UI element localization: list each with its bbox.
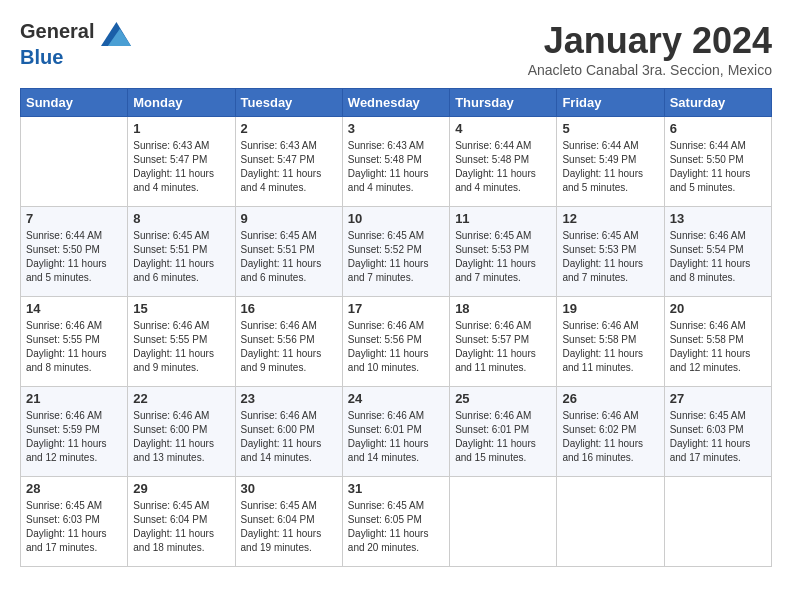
week-row-5: 28Sunrise: 6:45 AMSunset: 6:03 PMDayligh… [21,477,772,567]
day-number: 26 [562,391,658,406]
calendar-cell: 26Sunrise: 6:46 AMSunset: 6:02 PMDayligh… [557,387,664,477]
day-info: Sunrise: 6:46 AMSunset: 6:02 PMDaylight:… [562,409,658,465]
day-header-monday: Monday [128,89,235,117]
calendar-cell [21,117,128,207]
day-info: Sunrise: 6:44 AMSunset: 5:50 PMDaylight:… [670,139,766,195]
day-number: 24 [348,391,444,406]
week-row-2: 7Sunrise: 6:44 AMSunset: 5:50 PMDaylight… [21,207,772,297]
day-info: Sunrise: 6:45 AMSunset: 5:53 PMDaylight:… [455,229,551,285]
day-info: Sunrise: 6:45 AMSunset: 6:04 PMDaylight:… [241,499,337,555]
day-info: Sunrise: 6:45 AMSunset: 6:03 PMDaylight:… [670,409,766,465]
day-info: Sunrise: 6:45 AMSunset: 5:53 PMDaylight:… [562,229,658,285]
day-info: Sunrise: 6:44 AMSunset: 5:50 PMDaylight:… [26,229,122,285]
day-number: 17 [348,301,444,316]
logo-icon [101,22,131,46]
day-info: Sunrise: 6:43 AMSunset: 5:47 PMDaylight:… [133,139,229,195]
calendar-cell: 2Sunrise: 6:43 AMSunset: 5:47 PMDaylight… [235,117,342,207]
day-info: Sunrise: 6:46 AMSunset: 6:01 PMDaylight:… [348,409,444,465]
day-info: Sunrise: 6:46 AMSunset: 5:59 PMDaylight:… [26,409,122,465]
calendar-cell: 22Sunrise: 6:46 AMSunset: 6:00 PMDayligh… [128,387,235,477]
day-info: Sunrise: 6:43 AMSunset: 5:47 PMDaylight:… [241,139,337,195]
calendar-cell: 9Sunrise: 6:45 AMSunset: 5:51 PMDaylight… [235,207,342,297]
day-number: 4 [455,121,551,136]
day-number: 16 [241,301,337,316]
day-info: Sunrise: 6:46 AMSunset: 6:00 PMDaylight:… [241,409,337,465]
day-info: Sunrise: 6:45 AMSunset: 5:51 PMDaylight:… [133,229,229,285]
day-info: Sunrise: 6:46 AMSunset: 5:55 PMDaylight:… [133,319,229,375]
day-info: Sunrise: 6:46 AMSunset: 5:58 PMDaylight:… [562,319,658,375]
day-number: 3 [348,121,444,136]
day-number: 14 [26,301,122,316]
day-number: 22 [133,391,229,406]
calendar-cell: 30Sunrise: 6:45 AMSunset: 6:04 PMDayligh… [235,477,342,567]
calendar-cell: 17Sunrise: 6:46 AMSunset: 5:56 PMDayligh… [342,297,449,387]
week-row-4: 21Sunrise: 6:46 AMSunset: 5:59 PMDayligh… [21,387,772,477]
day-info: Sunrise: 6:46 AMSunset: 5:58 PMDaylight:… [670,319,766,375]
day-info: Sunrise: 6:45 AMSunset: 5:52 PMDaylight:… [348,229,444,285]
day-number: 25 [455,391,551,406]
title-area: January 2024 Anacleto Canabal 3ra. Secci… [528,20,772,78]
day-number: 12 [562,211,658,226]
calendar-cell: 28Sunrise: 6:45 AMSunset: 6:03 PMDayligh… [21,477,128,567]
day-info: Sunrise: 6:44 AMSunset: 5:48 PMDaylight:… [455,139,551,195]
calendar-cell [664,477,771,567]
day-number: 7 [26,211,122,226]
day-number: 2 [241,121,337,136]
calendar-cell: 12Sunrise: 6:45 AMSunset: 5:53 PMDayligh… [557,207,664,297]
calendar-cell: 7Sunrise: 6:44 AMSunset: 5:50 PMDaylight… [21,207,128,297]
calendar-cell: 25Sunrise: 6:46 AMSunset: 6:01 PMDayligh… [450,387,557,477]
week-row-1: 1Sunrise: 6:43 AMSunset: 5:47 PMDaylight… [21,117,772,207]
day-number: 18 [455,301,551,316]
day-info: Sunrise: 6:46 AMSunset: 5:56 PMDaylight:… [348,319,444,375]
calendar-cell [557,477,664,567]
day-header-wednesday: Wednesday [342,89,449,117]
day-header-friday: Friday [557,89,664,117]
day-number: 6 [670,121,766,136]
day-info: Sunrise: 6:46 AMSunset: 5:54 PMDaylight:… [670,229,766,285]
day-info: Sunrise: 6:44 AMSunset: 5:49 PMDaylight:… [562,139,658,195]
day-info: Sunrise: 6:45 AMSunset: 6:05 PMDaylight:… [348,499,444,555]
calendar-cell [450,477,557,567]
day-header-tuesday: Tuesday [235,89,342,117]
days-header-row: SundayMondayTuesdayWednesdayThursdayFrid… [21,89,772,117]
day-info: Sunrise: 6:45 AMSunset: 5:51 PMDaylight:… [241,229,337,285]
calendar-cell: 21Sunrise: 6:46 AMSunset: 5:59 PMDayligh… [21,387,128,477]
calendar-cell: 23Sunrise: 6:46 AMSunset: 6:00 PMDayligh… [235,387,342,477]
day-header-thursday: Thursday [450,89,557,117]
day-number: 19 [562,301,658,316]
day-number: 29 [133,481,229,496]
day-number: 9 [241,211,337,226]
calendar-cell: 6Sunrise: 6:44 AMSunset: 5:50 PMDaylight… [664,117,771,207]
calendar-cell: 5Sunrise: 6:44 AMSunset: 5:49 PMDaylight… [557,117,664,207]
day-number: 13 [670,211,766,226]
day-number: 8 [133,211,229,226]
day-number: 21 [26,391,122,406]
header: General Blue January 2024 Anacleto Canab… [20,20,772,78]
day-number: 31 [348,481,444,496]
day-info: Sunrise: 6:46 AMSunset: 6:00 PMDaylight:… [133,409,229,465]
calendar-cell: 1Sunrise: 6:43 AMSunset: 5:47 PMDaylight… [128,117,235,207]
day-number: 23 [241,391,337,406]
day-number: 1 [133,121,229,136]
day-info: Sunrise: 6:45 AMSunset: 6:04 PMDaylight:… [133,499,229,555]
day-info: Sunrise: 6:46 AMSunset: 5:55 PMDaylight:… [26,319,122,375]
calendar-cell: 29Sunrise: 6:45 AMSunset: 6:04 PMDayligh… [128,477,235,567]
calendar-cell: 16Sunrise: 6:46 AMSunset: 5:56 PMDayligh… [235,297,342,387]
calendar-cell: 31Sunrise: 6:45 AMSunset: 6:05 PMDayligh… [342,477,449,567]
day-header-sunday: Sunday [21,89,128,117]
calendar-cell: 14Sunrise: 6:46 AMSunset: 5:55 PMDayligh… [21,297,128,387]
calendar-title: January 2024 [528,20,772,62]
day-number: 28 [26,481,122,496]
day-info: Sunrise: 6:45 AMSunset: 6:03 PMDaylight:… [26,499,122,555]
calendar-cell: 19Sunrise: 6:46 AMSunset: 5:58 PMDayligh… [557,297,664,387]
logo-text: General [20,20,94,42]
day-number: 5 [562,121,658,136]
day-header-saturday: Saturday [664,89,771,117]
day-number: 27 [670,391,766,406]
day-number: 30 [241,481,337,496]
calendar-cell: 4Sunrise: 6:44 AMSunset: 5:48 PMDaylight… [450,117,557,207]
calendar-cell: 18Sunrise: 6:46 AMSunset: 5:57 PMDayligh… [450,297,557,387]
logo-blue-text: Blue [20,46,63,68]
logo: General Blue [20,20,131,69]
calendar-cell: 11Sunrise: 6:45 AMSunset: 5:53 PMDayligh… [450,207,557,297]
